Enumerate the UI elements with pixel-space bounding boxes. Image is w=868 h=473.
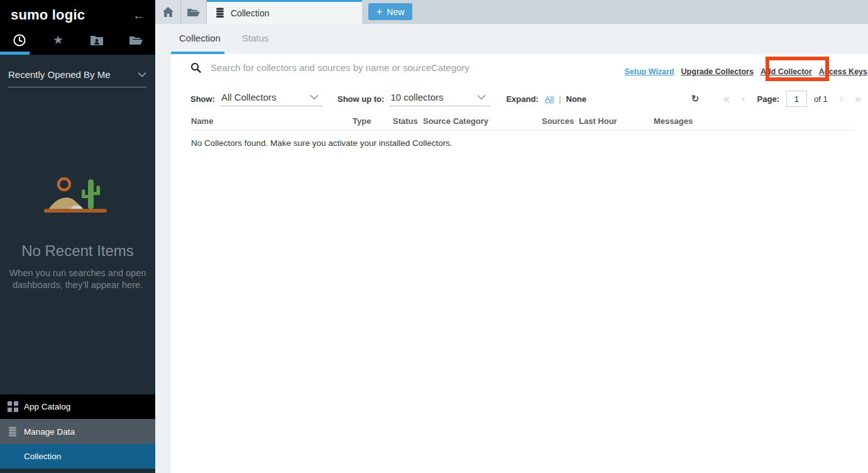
- show-filter-label: Show:: [190, 94, 215, 104]
- column-header-messages: Messages: [654, 116, 693, 126]
- limit-filter-select[interactable]: 10 collectors: [389, 92, 490, 106]
- home-icon: [163, 7, 173, 17]
- page-number-input[interactable]: [786, 91, 807, 107]
- column-header-last-hour: Last Hour: [579, 116, 617, 126]
- previous-page-icon[interactable]: ‹: [742, 94, 745, 104]
- folder-open-icon: [187, 8, 200, 17]
- folder-tab-button[interactable]: [181, 0, 207, 24]
- left-sidebar: sumo logic ← ★ Recently Opened By Me: [0, 0, 155, 473]
- sidebar-item-app-catalog[interactable]: App Catalog: [0, 394, 155, 419]
- sidebar-item-label: Manage Data: [24, 427, 75, 437]
- empty-collectors-message: No Collectors found. Make sure you activ…: [191, 138, 453, 148]
- collector-action-links: Setup Wizard Upgrade Collectors Add Coll…: [625, 67, 867, 76]
- content-gutter: [155, 54, 171, 473]
- home-tab-button[interactable]: [155, 0, 181, 24]
- collapse-sidebar-icon[interactable]: ←: [133, 9, 145, 21]
- subtab-status[interactable]: Status: [242, 33, 269, 43]
- top-tab-strip: Collection + New: [155, 0, 868, 24]
- subtab-collection[interactable]: Collection: [179, 33, 221, 43]
- column-header-sources: Sources: [542, 116, 574, 126]
- sumo-logic-logo: sumo logic: [11, 7, 85, 23]
- limit-filter-label: Show up to:: [338, 94, 384, 104]
- sidebar-item-label: Collection: [24, 452, 61, 461]
- no-recent-items-subtitle: When you run searches and open dashboard…: [8, 267, 148, 291]
- chevron-down-icon: [477, 94, 486, 100]
- database-icon: [8, 426, 24, 437]
- sidebar-item-label: App Catalog: [24, 402, 70, 411]
- grid-icon: [8, 401, 24, 412]
- setup-wizard-link[interactable]: Setup Wizard: [625, 67, 674, 76]
- expand-divider: |: [559, 94, 561, 104]
- show-filter-select[interactable]: All Collectors: [220, 92, 322, 106]
- page-count-label: of 1: [814, 94, 828, 104]
- last-page-icon[interactable]: »: [855, 93, 861, 104]
- sidebar-body: Recently Opened By Me No Recent Items Wh…: [0, 55, 155, 473]
- recent-filter-label: Recently Opened By Me: [8, 69, 111, 80]
- sidebar-icon-nav: ★: [0, 25, 155, 55]
- recents-clock-icon[interactable]: [0, 25, 39, 55]
- personal-folder-icon[interactable]: [116, 25, 155, 55]
- collectors-table-header: Name Type Status Source Category Sources…: [191, 116, 855, 130]
- column-header-type: Type: [353, 116, 371, 126]
- subtab-row: Collection Status: [155, 24, 868, 54]
- expand-all-link[interactable]: All: [545, 94, 554, 104]
- search-icon: [190, 62, 201, 73]
- tab-label: Collection: [231, 8, 269, 18]
- search-input[interactable]: [211, 62, 657, 73]
- sidebar-header: sumo logic ← ★: [0, 0, 155, 55]
- desert-cactus-illustration: [40, 174, 116, 223]
- refresh-icon[interactable]: ↻: [691, 93, 700, 104]
- add-collector-link[interactable]: Add Collector: [761, 67, 812, 76]
- chevron-down-icon: [310, 94, 319, 100]
- search-box: [190, 62, 657, 73]
- sidebar-item-collection[interactable]: Collection: [0, 444, 155, 469]
- column-header-name: Name: [191, 116, 213, 126]
- access-keys-link[interactable]: Access Keys: [819, 67, 867, 76]
- next-page-icon[interactable]: ›: [840, 94, 843, 104]
- expand-none-link[interactable]: None: [566, 94, 587, 104]
- column-header-source-category: Source Category: [423, 116, 488, 126]
- page-label: Page:: [757, 94, 779, 104]
- sidebar-bottom-menu: App Catalog Manage Data Collection: [0, 394, 155, 469]
- collection-content: Setup Wizard Upgrade Collectors Add Coll…: [171, 54, 868, 473]
- limit-filter-value: 10 collectors: [390, 92, 443, 103]
- show-filter-value: All Collectors: [221, 92, 277, 103]
- new-button[interactable]: + New: [368, 3, 412, 20]
- plus-icon: +: [376, 7, 382, 17]
- favorites-star-icon[interactable]: ★: [39, 25, 78, 55]
- pagination-controls: ↻ « ‹ Page: of 1 › »: [691, 91, 861, 107]
- database-icon: [215, 8, 225, 18]
- chevron-down-icon: [138, 72, 146, 77]
- first-page-icon[interactable]: «: [723, 93, 730, 104]
- shared-folder-user-icon[interactable]: [78, 25, 117, 55]
- expand-label: Expand:: [506, 94, 538, 104]
- recent-items-filter-dropdown[interactable]: Recently Opened By Me: [8, 69, 146, 87]
- new-button-label: New: [387, 7, 404, 17]
- filter-row: Show: All Collectors Show up to: 10 coll…: [190, 89, 861, 109]
- expand-controls: Expand: All | None: [506, 94, 586, 104]
- sidebar-item-manage-data[interactable]: Manage Data: [0, 419, 155, 444]
- column-header-status: Status: [393, 116, 418, 126]
- tab-collection[interactable]: Collection: [207, 0, 362, 24]
- upgrade-collectors-link[interactable]: Upgrade Collectors: [681, 67, 754, 76]
- no-recent-items-title: No Recent Items: [0, 242, 155, 260]
